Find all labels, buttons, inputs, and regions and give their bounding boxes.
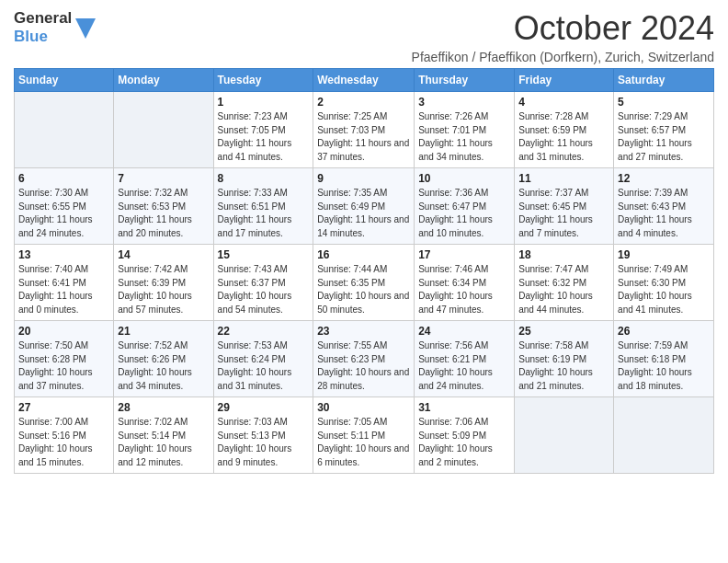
day-number: 11: [518, 172, 609, 185]
day-detail: Sunrise: 7:28 AMSunset: 6:59 PMDaylight:…: [518, 110, 609, 164]
day-detail: Sunrise: 7:39 AMSunset: 6:43 PMDaylight:…: [618, 187, 710, 240]
day-number: 8: [218, 172, 310, 185]
calendar-week-row: 13 Sunrise: 7:40 AMSunset: 6:41 PMDaylig…: [15, 245, 714, 321]
calendar-page: General Blue October 2024 Pfaeffikon / P…: [0, 0, 728, 483]
day-number: 9: [317, 172, 410, 185]
day-number: 15: [218, 248, 310, 261]
weekday-header-monday: Monday: [114, 69, 213, 92]
day-number: 29: [218, 401, 310, 414]
day-number: 6: [18, 172, 109, 185]
weekday-header-saturday: Saturday: [614, 69, 714, 92]
page-header: General Blue October 2024 Pfaeffikon / P…: [14, 9, 714, 64]
day-detail: Sunrise: 7:25 AMSunset: 7:03 PMDaylight:…: [317, 110, 410, 164]
calendar-cell: 11 Sunrise: 7:37 AMSunset: 6:45 PMDaylig…: [515, 168, 614, 245]
calendar-cell: 1 Sunrise: 7:23 AMSunset: 7:05 PMDayligh…: [213, 92, 313, 168]
calendar-cell: 14 Sunrise: 7:42 AMSunset: 6:39 PMDaylig…: [114, 245, 213, 321]
day-detail: Sunrise: 7:36 AMSunset: 6:47 PMDaylight:…: [418, 187, 510, 240]
day-number: 23: [317, 325, 410, 338]
calendar-cell: 16 Sunrise: 7:44 AMSunset: 6:35 PMDaylig…: [313, 245, 415, 321]
calendar-cell: 4 Sunrise: 7:28 AMSunset: 6:59 PMDayligh…: [515, 92, 614, 168]
day-detail: Sunrise: 7:05 AMSunset: 5:11 PMDaylight:…: [317, 416, 410, 469]
calendar-cell: [614, 397, 714, 474]
calendar-week-row: 1 Sunrise: 7:23 AMSunset: 7:05 PMDayligh…: [15, 92, 714, 168]
day-detail: Sunrise: 7:50 AMSunset: 6:28 PMDaylight:…: [18, 339, 109, 393]
day-number: 1: [218, 96, 310, 109]
day-number: 5: [618, 96, 710, 109]
calendar-cell: 19 Sunrise: 7:49 AMSunset: 6:30 PMDaylig…: [614, 245, 714, 321]
day-number: 10: [418, 172, 510, 185]
weekday-header-sunday: Sunday: [15, 69, 114, 92]
calendar-cell: 10 Sunrise: 7:36 AMSunset: 6:47 PMDaylig…: [415, 168, 515, 245]
weekday-header-wednesday: Wednesday: [313, 69, 415, 92]
calendar-cell: 21 Sunrise: 7:52 AMSunset: 6:26 PMDaylig…: [114, 321, 213, 397]
calendar-cell: 25 Sunrise: 7:58 AMSunset: 6:19 PMDaylig…: [515, 321, 614, 397]
day-number: 21: [118, 325, 209, 338]
day-detail: Sunrise: 7:03 AMSunset: 5:13 PMDaylight:…: [218, 416, 310, 469]
calendar-cell: 23 Sunrise: 7:55 AMSunset: 6:23 PMDaylig…: [313, 321, 415, 397]
day-detail: Sunrise: 7:35 AMSunset: 6:49 PMDaylight:…: [317, 187, 410, 240]
day-detail: Sunrise: 7:53 AMSunset: 6:24 PMDaylight:…: [218, 339, 310, 393]
calendar-cell: 27 Sunrise: 7:00 AMSunset: 5:16 PMDaylig…: [15, 397, 114, 474]
calendar-cell: 22 Sunrise: 7:53 AMSunset: 6:24 PMDaylig…: [213, 321, 313, 397]
day-number: 14: [118, 248, 209, 261]
calendar-week-row: 20 Sunrise: 7:50 AMSunset: 6:28 PMDaylig…: [15, 321, 714, 397]
day-detail: Sunrise: 7:47 AMSunset: 6:32 PMDaylight:…: [518, 263, 609, 316]
day-detail: Sunrise: 7:06 AMSunset: 5:09 PMDaylight:…: [418, 416, 510, 469]
main-title: October 2024: [412, 9, 714, 48]
day-number: 30: [317, 401, 410, 414]
day-detail: Sunrise: 7:46 AMSunset: 6:34 PMDaylight:…: [418, 263, 510, 316]
day-detail: Sunrise: 7:43 AMSunset: 6:37 PMDaylight:…: [218, 263, 310, 316]
day-detail: Sunrise: 7:32 AMSunset: 6:53 PMDaylight:…: [118, 187, 209, 240]
calendar-cell: 24 Sunrise: 7:56 AMSunset: 6:21 PMDaylig…: [415, 321, 515, 397]
weekday-header-thursday: Thursday: [415, 69, 515, 92]
calendar-cell: [114, 92, 213, 168]
calendar-week-row: 6 Sunrise: 7:30 AMSunset: 6:55 PMDayligh…: [15, 168, 714, 245]
weekday-header-row: SundayMondayTuesdayWednesdayThursdayFrid…: [15, 69, 714, 92]
day-number: 2: [317, 96, 410, 109]
logo: General Blue: [14, 9, 96, 45]
day-number: 16: [317, 248, 410, 261]
day-detail: Sunrise: 7:49 AMSunset: 6:30 PMDaylight:…: [618, 263, 710, 316]
day-number: 17: [418, 248, 510, 261]
calendar-cell: 29 Sunrise: 7:03 AMSunset: 5:13 PMDaylig…: [213, 397, 313, 474]
calendar-cell: 3 Sunrise: 7:26 AMSunset: 7:01 PMDayligh…: [415, 92, 515, 168]
logo-text: General Blue: [14, 9, 72, 45]
day-number: 24: [418, 325, 510, 338]
svg-marker-0: [75, 18, 96, 39]
day-number: 28: [118, 401, 209, 414]
day-detail: Sunrise: 7:00 AMSunset: 5:16 PMDaylight:…: [18, 416, 109, 469]
day-detail: Sunrise: 7:40 AMSunset: 6:41 PMDaylight:…: [18, 263, 109, 316]
calendar-cell: 26 Sunrise: 7:59 AMSunset: 6:18 PMDaylig…: [614, 321, 714, 397]
calendar-cell: 30 Sunrise: 7:05 AMSunset: 5:11 PMDaylig…: [313, 397, 415, 474]
calendar-cell: 6 Sunrise: 7:30 AMSunset: 6:55 PMDayligh…: [15, 168, 114, 245]
day-number: 4: [518, 96, 609, 109]
day-number: 27: [18, 401, 109, 414]
calendar-cell: 5 Sunrise: 7:29 AMSunset: 6:57 PMDayligh…: [614, 92, 714, 168]
weekday-header-tuesday: Tuesday: [213, 69, 313, 92]
calendar-cell: 2 Sunrise: 7:25 AMSunset: 7:03 PMDayligh…: [313, 92, 415, 168]
calendar-cell: 13 Sunrise: 7:40 AMSunset: 6:41 PMDaylig…: [15, 245, 114, 321]
subtitle: Pfaeffikon / Pfaeffikon (Dorfkern), Zuri…: [412, 50, 714, 64]
title-block: October 2024 Pfaeffikon / Pfaeffikon (Do…: [412, 9, 714, 64]
day-number: 25: [518, 325, 609, 338]
calendar-cell: [515, 397, 614, 474]
day-detail: Sunrise: 7:26 AMSunset: 7:01 PMDaylight:…: [418, 110, 510, 164]
day-detail: Sunrise: 7:55 AMSunset: 6:23 PMDaylight:…: [317, 339, 410, 393]
logo-triangle-icon: [75, 18, 96, 39]
calendar-cell: 12 Sunrise: 7:39 AMSunset: 6:43 PMDaylig…: [614, 168, 714, 245]
day-detail: Sunrise: 7:29 AMSunset: 6:57 PMDaylight:…: [618, 110, 710, 164]
day-number: 26: [618, 325, 710, 338]
day-detail: Sunrise: 7:56 AMSunset: 6:21 PMDaylight:…: [418, 339, 510, 393]
day-number: 18: [518, 248, 609, 261]
day-detail: Sunrise: 7:59 AMSunset: 6:18 PMDaylight:…: [618, 339, 710, 393]
day-detail: Sunrise: 7:33 AMSunset: 6:51 PMDaylight:…: [218, 187, 310, 240]
day-detail: Sunrise: 7:02 AMSunset: 5:14 PMDaylight:…: [118, 416, 209, 469]
calendar-cell: 20 Sunrise: 7:50 AMSunset: 6:28 PMDaylig…: [15, 321, 114, 397]
day-number: 3: [418, 96, 510, 109]
day-detail: Sunrise: 7:37 AMSunset: 6:45 PMDaylight:…: [518, 187, 609, 240]
calendar-cell: 8 Sunrise: 7:33 AMSunset: 6:51 PMDayligh…: [213, 168, 313, 245]
day-detail: Sunrise: 7:52 AMSunset: 6:26 PMDaylight:…: [118, 339, 209, 393]
calendar-cell: 9 Sunrise: 7:35 AMSunset: 6:49 PMDayligh…: [313, 168, 415, 245]
day-detail: Sunrise: 7:30 AMSunset: 6:55 PMDaylight:…: [18, 187, 109, 240]
day-number: 19: [618, 248, 710, 261]
